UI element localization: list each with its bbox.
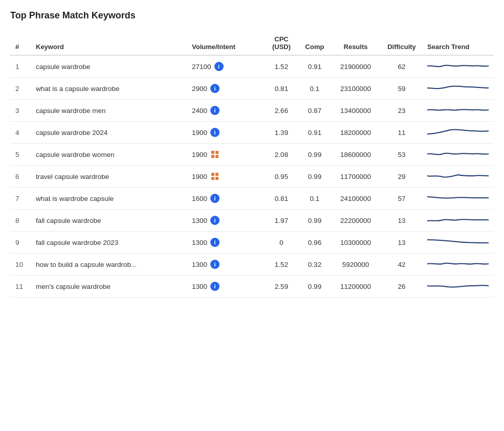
volume-number: 1900 [192, 173, 207, 180]
row-volume: 1300i [187, 210, 264, 232]
row-cpc: 1.52 [264, 55, 299, 78]
row-number: 5 [10, 144, 31, 166]
row-keyword: capsule wardrobe [31, 55, 187, 78]
info-icon[interactable]: i [214, 62, 224, 71]
row-cpc: 0 [264, 232, 299, 254]
row-difficulty: 26 [381, 276, 422, 298]
row-cpc: 1.39 [264, 122, 299, 144]
row-difficulty: 57 [381, 188, 422, 210]
row-trend [422, 122, 494, 144]
info-icon[interactable]: i [210, 194, 220, 203]
col-number: # [10, 31, 31, 55]
row-trend [422, 55, 494, 78]
volume-number: 1900 [192, 151, 207, 158]
row-results: 18200000 [330, 122, 381, 144]
row-cpc: 0.81 [264, 78, 299, 100]
row-volume: 1300i [187, 254, 264, 276]
col-volume: Volume/Intent [187, 31, 264, 55]
row-number: 3 [10, 100, 31, 122]
row-difficulty: 53 [381, 144, 422, 166]
row-results: 13400000 [330, 100, 381, 122]
grid-icon[interactable] [210, 172, 220, 181]
row-results: 10300000 [330, 232, 381, 254]
row-number: 10 [10, 254, 31, 276]
svg-rect-7 [215, 177, 218, 180]
row-keyword: travel capsule wardrobe [31, 166, 187, 188]
info-icon[interactable]: i [210, 238, 220, 247]
volume-number: 2400 [192, 107, 207, 115]
volume-number: 1600 [192, 195, 207, 202]
volume-number: 27100 [192, 63, 211, 71]
row-number: 11 [10, 276, 31, 298]
row-volume: 1600i [187, 188, 264, 210]
svg-rect-0 [211, 151, 214, 154]
row-difficulty: 59 [381, 78, 422, 100]
row-comp: 0.1 [299, 188, 330, 210]
row-results: 24100000 [330, 188, 381, 210]
svg-rect-5 [215, 173, 218, 176]
row-trend [422, 276, 494, 298]
row-keyword: capsule wardrobe men [31, 100, 187, 122]
row-comp: 0.91 [299, 55, 330, 78]
row-cpc: 0.81 [264, 188, 299, 210]
table-row: 4capsule wardrobe 20241900i1.390.9118200… [10, 122, 494, 144]
row-keyword: fall capsule wardrobe [31, 210, 187, 232]
col-results: Results [330, 31, 381, 55]
volume-number: 1300 [192, 239, 207, 246]
row-difficulty: 13 [381, 232, 422, 254]
table-row: 2what is a capsule wardrobe2900i0.810.12… [10, 78, 494, 100]
row-volume: 2900i [187, 78, 264, 100]
row-trend [422, 210, 494, 232]
row-volume: 1300i [187, 232, 264, 254]
row-results: 11700000 [330, 166, 381, 188]
table-row: 9fall capsule wardrobe 20231300i00.96103… [10, 232, 494, 254]
row-cpc: 0.95 [264, 166, 299, 188]
table-row: 8fall capsule wardrobe1300i1.970.9922200… [10, 210, 494, 232]
col-difficulty: Difficulty [381, 31, 422, 55]
svg-rect-3 [215, 155, 218, 158]
info-icon[interactable]: i [210, 84, 220, 93]
row-trend [422, 100, 494, 122]
row-difficulty: 11 [381, 122, 422, 144]
row-results: 18600000 [330, 144, 381, 166]
row-trend [422, 232, 494, 254]
table-row: 3capsule wardrobe men2400i2.660.87134000… [10, 100, 494, 122]
row-keyword: fall capsule wardrobe 2023 [31, 232, 187, 254]
row-volume: 1300i [187, 276, 264, 298]
row-keyword: what is a capsule wardrobe [31, 78, 187, 100]
volume-number: 1300 [192, 283, 207, 290]
row-comp: 0.87 [299, 100, 330, 122]
row-number: 7 [10, 188, 31, 210]
row-volume: 1900i [187, 122, 264, 144]
volume-number: 1300 [192, 261, 207, 268]
row-trend [422, 166, 494, 188]
col-comp: Comp [299, 31, 330, 55]
info-icon[interactable]: i [210, 282, 220, 291]
row-number: 2 [10, 78, 31, 100]
row-difficulty: 29 [381, 166, 422, 188]
row-results: 22200000 [330, 210, 381, 232]
table-row: 1capsule wardrobe27100i1.520.91219000006… [10, 55, 494, 78]
col-keyword: Keyword [31, 31, 187, 55]
svg-rect-1 [215, 151, 218, 154]
row-difficulty: 23 [381, 100, 422, 122]
info-icon[interactable]: i [210, 216, 220, 225]
svg-rect-2 [211, 155, 214, 158]
row-number: 4 [10, 122, 31, 144]
row-comp: 0.1 [299, 78, 330, 100]
info-icon[interactable]: i [210, 128, 220, 137]
row-keyword: what is wardrobe capsule [31, 188, 187, 210]
info-icon[interactable]: i [210, 106, 220, 115]
row-results: 11200000 [330, 276, 381, 298]
row-comp: 0.96 [299, 232, 330, 254]
table-row: 6travel capsule wardrobe1900 0.950.99117… [10, 166, 494, 188]
row-volume: 1900 [187, 144, 264, 166]
volume-number: 2900 [192, 85, 207, 93]
row-difficulty: 13 [381, 210, 422, 232]
grid-icon[interactable] [210, 150, 220, 159]
info-icon[interactable]: i [210, 260, 220, 269]
row-keyword: how to build a capsule wardrob... [31, 254, 187, 276]
row-keyword: men's capsule wardrobe [31, 276, 187, 298]
row-results: 21900000 [330, 55, 381, 78]
row-comp: 0.99 [299, 210, 330, 232]
